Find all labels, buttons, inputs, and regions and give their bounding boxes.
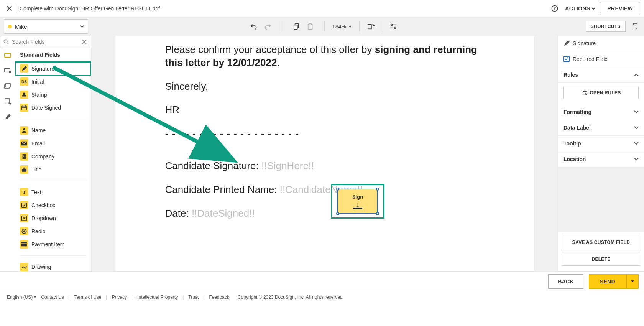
recipient-select[interactable]: Mike — [4, 19, 88, 34]
field-initial[interactable]: DS Initial — [15, 75, 91, 88]
field-payment[interactable]: Payment Item — [15, 238, 91, 251]
radio-icon — [20, 227, 28, 235]
zoom-select[interactable]: 184% — [330, 23, 354, 30]
svg-rect-41 — [21, 242, 27, 247]
doc-placeholder: !!SignHere!! — [261, 160, 314, 171]
shortcuts-button[interactable]: SHORTCUTS — [586, 21, 626, 32]
toolbar: Mike 184% — [0, 17, 644, 36]
actions-button[interactable]: ACTIONS — [560, 3, 600, 14]
close-icon[interactable] — [4, 3, 15, 14]
footer-link-ip[interactable]: Intellectual Property — [137, 295, 178, 300]
footer-actions: BACK SEND — [0, 271, 644, 291]
resize-handle[interactable] — [336, 212, 339, 215]
shortcuts-label: SHORTCUTS — [591, 24, 621, 29]
language-select[interactable]: English (US) — [7, 295, 36, 300]
resize-handle[interactable] — [376, 212, 379, 215]
doc-paragraph: Please confirm your acceptance of this o… — [165, 43, 484, 69]
send-label: SEND — [600, 278, 615, 285]
open-rules-button[interactable]: OPEN RULES — [564, 87, 639, 99]
svg-rect-31 — [23, 155, 24, 156]
field-stamp[interactable]: Stamp — [15, 88, 91, 101]
page-rotate-icon[interactable] — [365, 21, 376, 32]
paste-icon[interactable] — [304, 21, 316, 32]
required-field-toggle[interactable]: Required Field — [564, 56, 639, 62]
divider — [16, 4, 16, 13]
signature-field-inner[interactable]: Sign ↓ — [337, 189, 378, 214]
tab-edit-fields[interactable] — [0, 109, 15, 125]
divider: | — [203, 295, 204, 300]
field-checkbox[interactable]: Checkbox — [15, 199, 91, 212]
send-button[interactable]: SEND — [589, 274, 626, 289]
field-company[interactable]: Company — [15, 150, 91, 163]
undo-icon[interactable] — [248, 21, 260, 32]
settings-icon[interactable] — [388, 21, 399, 32]
delete-button[interactable]: DELETE — [562, 253, 640, 266]
footer-link-contact[interactable]: Contact Us — [41, 295, 64, 300]
footer-link-trust[interactable]: Trust — [188, 295, 199, 300]
tooltip-accordion[interactable]: Tooltip — [558, 136, 644, 151]
resize-handle[interactable] — [336, 188, 339, 191]
divider: | — [182, 295, 184, 300]
svg-rect-15 — [5, 53, 11, 57]
back-button[interactable]: BACK — [548, 274, 583, 289]
field-dropdown[interactable]: Dropdown — [15, 212, 91, 225]
footer-link-privacy[interactable]: Privacy — [112, 295, 127, 300]
field-date-signed[interactable]: Date Signed — [15, 101, 91, 114]
field-radio[interactable]: Radio — [15, 225, 91, 238]
field-title[interactable]: Title — [15, 163, 91, 176]
back-label: BACK — [558, 278, 574, 285]
redo-icon[interactable] — [262, 21, 273, 32]
tab-custom-fields[interactable] — [0, 63, 15, 79]
field-name[interactable]: Name — [15, 124, 91, 137]
download-arrow-icon: ↓ — [356, 201, 360, 208]
datalabel-accordion[interactable]: Data Label — [558, 120, 644, 136]
divider — [20, 181, 86, 181]
actions-label: ACTIONS — [565, 5, 590, 12]
right-properties-panel: Signature Required Field Rules OPEN RULE… — [558, 36, 644, 271]
field-name-label: Signature — [573, 40, 596, 46]
rules-icon — [581, 90, 587, 95]
chevron-down-icon — [634, 126, 639, 129]
formatting-label: Formatting — [564, 109, 591, 115]
tooltip-label: Tooltip — [564, 140, 581, 147]
svg-point-46 — [582, 91, 583, 92]
drawing-icon — [20, 263, 28, 271]
person-icon — [20, 126, 28, 135]
field-email[interactable]: Email — [15, 137, 91, 150]
placed-signature-field[interactable]: Sign ↓ — [331, 184, 384, 219]
divider — [359, 21, 360, 31]
field-signature[interactable]: Signature — [15, 62, 91, 75]
clear-search-icon[interactable] — [82, 40, 87, 44]
resize-handle[interactable] — [376, 188, 379, 191]
preview-button[interactable]: PREVIEW — [600, 2, 640, 15]
svg-rect-30 — [23, 154, 26, 159]
search-input[interactable] — [11, 38, 80, 45]
tab-standard-fields[interactable] — [0, 48, 15, 63]
center-tools: 184% — [245, 21, 399, 32]
svg-point-13 — [4, 40, 7, 43]
field-text[interactable]: T Text — [15, 186, 91, 199]
footer-link-feedback[interactable]: Feedback — [209, 295, 229, 300]
multi-doc-icon[interactable] — [629, 21, 640, 32]
help-icon[interactable]: ? — [549, 3, 560, 14]
zoom-value: 184% — [332, 23, 346, 30]
field-label: Name — [31, 127, 46, 133]
copy-icon[interactable] — [291, 21, 302, 32]
svg-rect-18 — [6, 84, 10, 87]
field-label: Checkbox — [31, 202, 55, 208]
save-as-custom-button[interactable]: SAVE AS CUSTOM FIELD — [562, 236, 640, 249]
tab-document-fields[interactable] — [0, 94, 15, 109]
document-canvas[interactable]: Please confirm your acceptance of this o… — [91, 36, 558, 271]
field-label: Payment Item — [31, 241, 64, 247]
tab-prefill-tools[interactable] — [0, 79, 15, 94]
field-drawing[interactable]: Drawing — [15, 260, 91, 271]
location-label: Location — [564, 156, 586, 162]
rules-accordion[interactable]: Rules — [558, 67, 644, 83]
formatting-accordion[interactable]: Formatting — [558, 104, 644, 120]
location-accordion[interactable]: Location — [558, 151, 644, 167]
send-dropdown[interactable] — [626, 274, 639, 289]
search-fields-input[interactable] — [0, 36, 90, 48]
document-title: Complete with DocuSign: HR Offer Gen Let… — [20, 5, 160, 12]
footer-link-terms[interactable]: Terms of Use — [74, 295, 102, 300]
doc-dashes: - - - - - - - - - - - - - - - - - - - - — [165, 127, 484, 140]
